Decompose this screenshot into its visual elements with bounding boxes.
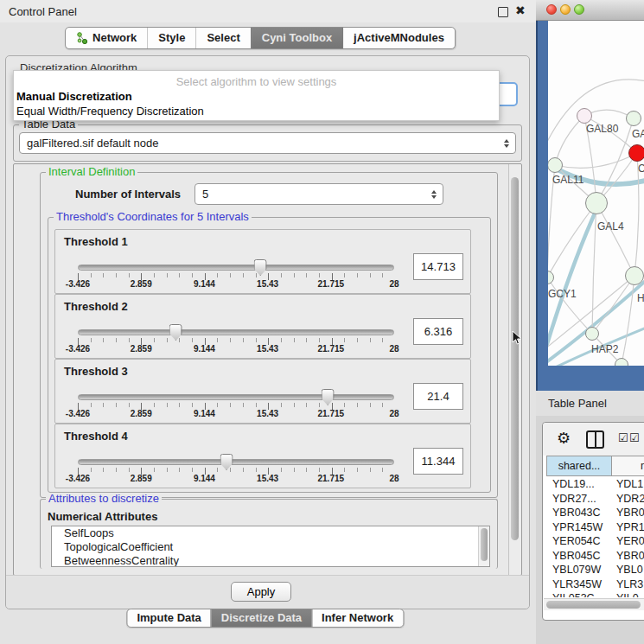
node-hap2[interactable] xyxy=(585,327,599,341)
cell-shared-name: YDR27... xyxy=(546,492,612,507)
slider-track[interactable] xyxy=(78,394,394,400)
threshold-3-label: Threshold 3 xyxy=(64,365,128,378)
cell-name: YIL0 xyxy=(612,591,644,597)
list-item[interactable]: TopologicalCoefficient xyxy=(52,540,489,554)
tick-label: 15.43 xyxy=(257,409,278,418)
checkbox-icon[interactable]: ☑ xyxy=(629,431,640,445)
node-label-gcy1: GCY1 xyxy=(548,288,577,300)
node-clipped-top-right[interactable] xyxy=(626,111,641,126)
tab-infer-network[interactable]: Infer Network xyxy=(311,609,403,627)
cell-shared-name: YDL19... xyxy=(546,477,612,492)
apply-button[interactable]: Apply xyxy=(231,582,291,602)
table-row[interactable]: YBR045CYBR0 xyxy=(546,549,644,564)
node-gal80[interactable] xyxy=(577,108,592,124)
scrollbar-thumb[interactable] xyxy=(546,601,641,609)
tab-discretize-data[interactable]: Discretize Data xyxy=(211,609,311,627)
dropdown-option-equal-width-frequency[interactable]: Equal Width/Frequency Discretization xyxy=(16,105,204,118)
zoom-window-icon[interactable] xyxy=(574,4,584,15)
tick-label: 28 xyxy=(389,279,399,289)
table-rows: YDL19...YDL1YDR27...YDR2YBR043CYBR0YPR14… xyxy=(546,477,644,597)
scrollbar-thumb[interactable] xyxy=(511,177,519,540)
threshold-1-value-field[interactable]: 14.713 xyxy=(413,253,463,280)
tab-style[interactable]: Style xyxy=(147,28,195,48)
tick-label: 2.859 xyxy=(131,344,152,354)
minimize-window-icon[interactable] xyxy=(560,4,571,15)
list-vertical-scrollbar[interactable] xyxy=(478,526,489,566)
node-clipped-bottom[interactable] xyxy=(615,358,628,366)
threshold-slider[interactable]: -3.4262.8599.14415.4321.71528 xyxy=(78,388,394,421)
checkbox-icon[interactable]: ☑ xyxy=(618,431,628,445)
network-window: GAL80 GA C GAL11 GAL4 GCY1 H HAP2 xyxy=(536,0,644,391)
threshold-slider[interactable]: -3.4262.8599.14415.4321.71528 xyxy=(78,323,394,356)
float-window-icon[interactable] xyxy=(498,7,508,17)
threshold-2-value-field[interactable]: 6.316 xyxy=(413,318,463,345)
tick-label: -3.426 xyxy=(66,279,90,289)
table-data-combobox[interactable]: galFiltered.sif default node xyxy=(19,132,516,154)
tab-cyni-toolbox[interactable]: Cyni Toolbox xyxy=(251,28,342,48)
tick-label: -3.426 xyxy=(66,344,90,354)
tab-jactivemnodules[interactable]: jActiveMNodules xyxy=(342,28,455,48)
screen: Control Panel ✖ Network Style Select Cyn… xyxy=(0,0,644,644)
network-window-titlebar xyxy=(536,0,644,21)
tick-label: 2.859 xyxy=(131,474,152,483)
threshold-slider[interactable]: -3.4262.8599.14415.4321.71528 xyxy=(78,453,394,486)
column-header-shared-name[interactable]: shared... xyxy=(546,456,612,476)
numerical-attributes-list[interactable]: SelfLoopsTopologicalCoefficientBetweenne… xyxy=(51,526,490,567)
table-row[interactable]: YPR145WYPR1 xyxy=(546,520,644,535)
close-icon[interactable]: ✖ xyxy=(515,3,526,17)
cell-name: YBR0 xyxy=(612,506,644,520)
slider-track[interactable] xyxy=(78,459,394,465)
tab-impute-data[interactable]: Impute Data xyxy=(127,609,210,627)
threshold-4-label: Threshold 4 xyxy=(64,430,128,443)
list-item[interactable]: SelfLoops xyxy=(52,526,489,540)
table-panel-title: Table Panel xyxy=(548,397,607,410)
threshold-slider[interactable]: -3.4262.8599.14415.4321.71528 xyxy=(78,258,394,291)
tick-labels: -3.4262.8599.14415.4321.71528 xyxy=(78,279,394,290)
tab-label: Select xyxy=(207,31,239,44)
table-panel: ⚙ ☑ ☑ shared... n YDL19...YDL1YDR27...YD… xyxy=(542,422,644,621)
node-label-clipped: C xyxy=(638,163,644,175)
table-row[interactable]: YLR345WYLR3 xyxy=(546,577,644,592)
horizontal-scrollbar[interactable] xyxy=(544,598,644,610)
tab-label: Discretize Data xyxy=(221,611,302,624)
table-row[interactable]: YIL053CYIL0 xyxy=(546,591,644,597)
table-data-selected-value: galFiltered.sif default node xyxy=(27,137,158,150)
tab-label: Network xyxy=(92,31,137,44)
number-of-intervals-combobox[interactable]: 5 xyxy=(194,183,443,205)
vertical-scrollbar[interactable] xyxy=(508,164,521,575)
slider-track[interactable] xyxy=(78,329,394,335)
column-header-name[interactable]: n xyxy=(612,456,644,476)
table-row[interactable]: YBR043CYBR0 xyxy=(546,506,644,520)
tab-label: Impute Data xyxy=(137,611,201,624)
mouse-cursor-icon xyxy=(512,330,522,346)
tick-label: 28 xyxy=(389,344,399,354)
cell-name: YER0 xyxy=(612,534,644,549)
node-label-gal80: GAL80 xyxy=(586,123,618,135)
close-window-icon[interactable] xyxy=(546,4,557,15)
bottom-tab-bar: Impute Data Discretize Data Infer Networ… xyxy=(126,609,404,628)
tab-select[interactable]: Select xyxy=(195,28,250,48)
slider-track[interactable] xyxy=(78,265,394,271)
table-row[interactable]: YDL19...YDL1 xyxy=(546,477,644,492)
node-gal4[interactable] xyxy=(585,192,608,214)
table-panel-strip: Table Panel xyxy=(536,391,644,416)
gear-icon[interactable]: ⚙ xyxy=(557,427,571,450)
tick-label: 2.859 xyxy=(131,279,152,289)
node-h[interactable] xyxy=(625,266,644,285)
tab-network[interactable]: Network xyxy=(66,28,147,48)
table-row[interactable]: YDR27...YDR2 xyxy=(546,492,644,507)
split-columns-icon[interactable] xyxy=(586,430,604,449)
tick-label: 9.144 xyxy=(194,409,215,418)
table-row[interactable]: YBL079WYBL0 xyxy=(546,563,644,577)
table-row[interactable]: YER054CYER0 xyxy=(546,534,644,549)
cell-shared-name: YIL053C xyxy=(546,591,612,597)
threshold-3-value-field[interactable]: 21.4 xyxy=(413,383,463,410)
node-selected-red[interactable] xyxy=(628,144,644,162)
scrollbar-thumb[interactable] xyxy=(481,528,488,561)
list-item[interactable]: BetweennessCentrality xyxy=(52,554,489,567)
tab-label: Infer Network xyxy=(322,611,393,624)
dropdown-option-manual-discretization[interactable]: Manual Discretization xyxy=(16,90,132,103)
tick-label: 28 xyxy=(389,409,399,418)
network-canvas[interactable]: GAL80 GA C GAL11 GAL4 GCY1 H HAP2 xyxy=(548,21,644,366)
threshold-4-value-field[interactable]: 11.344 xyxy=(413,448,463,475)
